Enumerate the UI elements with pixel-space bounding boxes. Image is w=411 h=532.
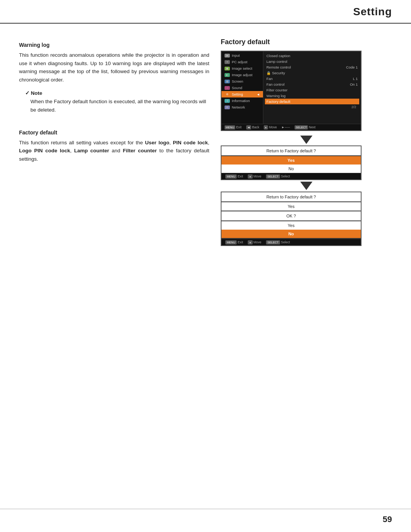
menu-item-network: ⊕ Network xyxy=(221,104,263,110)
pc-icon: ≡ xyxy=(225,60,230,64)
factory-default-right-title: Factory default xyxy=(221,38,392,46)
arrow-down-icon-1 xyxy=(300,136,312,144)
arrow-down-1 xyxy=(221,136,392,144)
image-select-icon: ◼ xyxy=(225,67,230,70)
arrow-down-2 xyxy=(221,182,392,190)
menu-item-sound: ♪ Sound xyxy=(221,85,263,91)
screen-icon: ▦ xyxy=(225,80,230,83)
menu-right-factory-default: Factory default ▶ xyxy=(265,99,359,104)
factory-default-body: This function returns all setting values… xyxy=(19,139,209,163)
image-adjust-icon: ◐ xyxy=(225,73,230,77)
menu-right-lamp-control: Lamp control xyxy=(266,59,358,64)
page-title: Setting xyxy=(353,6,392,18)
menu-right-fan-control: Fan controlOn 1 xyxy=(266,81,358,87)
info-icon: ℹ xyxy=(225,99,230,103)
top-border xyxy=(0,23,411,24)
factory-default-heading: Factory default xyxy=(19,129,209,136)
note-block: Note When the Factory default function i… xyxy=(25,90,209,114)
network-icon: ⊕ xyxy=(225,105,230,109)
dialog2-section1: Return to Factory default ? Yes xyxy=(221,192,361,211)
note-text: When the Factory default function is exe… xyxy=(30,97,209,114)
menu-right-remote-control: Remote controlCode 1 xyxy=(266,64,358,70)
menu-right-closed-caption: Closed caption xyxy=(266,53,358,59)
dialog2-section1-yes: Yes xyxy=(221,202,361,211)
setting-icon: ⚙ xyxy=(225,93,230,96)
menu-right-warning-log: Warning log xyxy=(266,93,358,99)
warning-log-heading: Warning log xyxy=(19,42,209,48)
menu-item-screen: ▦ Screen xyxy=(221,78,263,85)
dialog2-option-yes[interactable]: Yes xyxy=(221,221,361,230)
dialog1-option-no[interactable]: No xyxy=(221,165,361,173)
menu-footer: MENU Exit ◄ Back ⬧ Move ►----- SELECT Ne… xyxy=(221,124,361,130)
page-number: 59 xyxy=(383,514,392,524)
warning-log-body: This function records anomalous operatio… xyxy=(19,51,209,84)
menu-left-panel: ▶ Input ≡ PC adjust ◼ Image select ◐ Ima… xyxy=(221,51,263,124)
menu-item-information: ℹ Information xyxy=(221,97,263,104)
menu-item-image-adjust: ◐ Image adjust xyxy=(221,72,263,78)
dialog2-option-no[interactable]: No xyxy=(221,230,361,238)
dialog1-option-yes[interactable]: Yes xyxy=(221,156,361,165)
menu-content: ▶ Input ≡ PC adjust ◼ Image select ◐ Ima… xyxy=(221,51,361,124)
body-text-before: This function returns all setting values… xyxy=(19,140,145,145)
dialog1-footer: MENU Exit ⬧ Move SELECT Select xyxy=(221,173,361,179)
menu-item-setting: ⚙ Setting ◄ xyxy=(221,91,263,97)
menu-item-pc-adjust: ≡ PC adjust xyxy=(221,59,263,65)
menu-right-fan: FanL 1 xyxy=(266,76,358,81)
bold-filter-counter: Filter counter xyxy=(123,148,157,153)
dialog1-header: Return to Factory default ? xyxy=(221,146,361,156)
input-icon: ▶ xyxy=(225,54,230,58)
bold-user-logo: User logo xyxy=(145,140,169,145)
dialog-box-1: Return to Factory default ? Yes No MENU … xyxy=(221,145,362,180)
dialog2-section1-header: Return to Factory default ? xyxy=(221,192,361,202)
content-area: Warning log This function records anomal… xyxy=(19,30,392,502)
dialog-box-2: Return to Factory default ? Yes OK ? Yes… xyxy=(221,192,362,246)
menu-screen: ▶ Input ≡ PC adjust ◼ Image select ◐ Ima… xyxy=(221,51,362,131)
menu-right-security: 🔒 Security xyxy=(266,70,358,76)
dialog2-footer: MENU Exit ⬧ Move SELECT Select xyxy=(221,239,361,245)
menu-page-number: 2/2 xyxy=(266,104,358,110)
left-column: Warning log This function records anomal… xyxy=(19,30,209,502)
bottom-border xyxy=(0,509,411,509)
arrow-down-icon-2 xyxy=(300,182,312,190)
bold-pin-code: PIN code lock xyxy=(173,140,208,145)
bold-logo-pin: Logo PIN code lock xyxy=(19,148,70,153)
right-column: Factory default ▶ Input ≡ PC adjust ◼ xyxy=(221,30,392,502)
menu-right-panel: Closed caption Lamp control Remote contr… xyxy=(263,51,361,124)
dialog2-section2: OK ? Yes No xyxy=(221,211,361,239)
menu-right-filter-counter: Filter counter xyxy=(266,87,358,93)
menu-item-image-select: ◼ Image select xyxy=(221,65,263,72)
menu-item-input: ▶ Input xyxy=(221,52,263,59)
note-label: Note xyxy=(25,90,209,96)
dialog2-section2-header: OK ? xyxy=(221,211,361,221)
bold-lamp-counter: Lamp counter xyxy=(74,148,109,153)
sound-icon: ♪ xyxy=(225,86,230,90)
